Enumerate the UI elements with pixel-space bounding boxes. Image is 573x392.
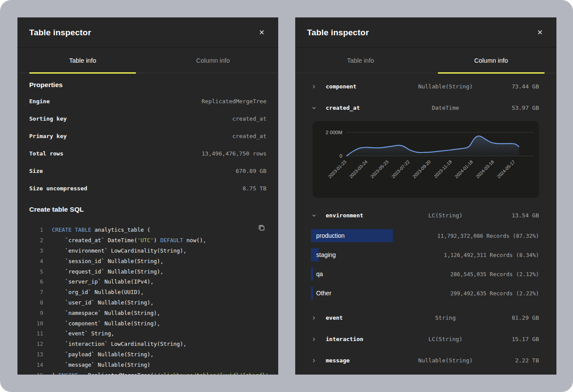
value-row-production: production11,792,372,086 Records (87.32%… [311,226,539,245]
close-icon[interactable]: ✕ [257,27,266,38]
column-type: LC(String) [404,212,487,219]
property-value: 670.89 GB [236,168,266,174]
tab-table-info[interactable]: Table info [17,48,148,73]
chevron-right-icon [311,358,317,364]
properties-heading: Properties [29,81,266,89]
sql-line-text: `interaction` LowCardinality(String), [52,341,187,347]
value-records: 1,126,492,311 Records (8.34%) [444,252,539,258]
copy-icon[interactable] [257,223,266,234]
column-size: 81.29 GB [487,314,539,321]
panel-title: Table inspector [307,28,369,37]
property-label: Engine [29,98,50,105]
tab-column-info[interactable]: Column info [426,48,557,73]
column-row-created_at[interactable]: created_atDateTime53.97 GB [295,97,556,118]
sql-code-block: 1CREATE TABLE analytics_table (2 `create… [29,225,266,375]
value-records: 286,545,035 Records (2.12%) [450,271,539,277]
column-name: created_at [326,105,404,111]
column-row-interaction[interactable]: interactionLC(String)15.17 GB [295,328,556,350]
property-value: ReplicatedMergeTree [201,98,266,105]
svg-text:2023-11-19: 2023-11-19 [433,159,453,179]
column-name: interaction [326,336,404,342]
column-size: 15.17 GB [487,336,539,342]
column-type: Nullable(String) [404,83,487,90]
column-name: environment [326,212,404,219]
column-row-component[interactable]: componentNullable(String)73.44 GB [295,76,556,97]
property-value: created_at [232,115,266,122]
column-row-message[interactable]: messageNullable(String)2.22 TB [295,350,556,371]
sql-line: 7 `org_id` Nullable(UUID), [29,287,266,297]
svg-text:2023-01-23: 2023-01-23 [327,159,348,179]
svg-text:2023-07-22: 2023-07-22 [390,159,411,179]
column-name: message [326,357,404,364]
column-row-environment[interactable]: environmentLC(String)13.54 GB [295,205,556,226]
property-row: Size uncompressed8.75 TB [29,179,266,197]
sql-line-text: `environment` LowCardinality(String), [52,247,187,254]
sql-line-number: 13 [29,351,43,358]
value-label: qa [316,270,323,277]
sql-line-text: `user_id` Nullable(String), [52,299,153,306]
sql-line-text: `payload` Nullable(String), [52,351,153,358]
sql-line: 11 `event` String, [29,328,266,339]
column-type: String [404,314,487,321]
tab-bar: Table info Column info [295,48,556,73]
property-value: 8.75 TB [242,185,266,192]
property-row: Size670.89 GB [29,162,266,179]
table-inspector-panel-left: Table inspector ✕ Table info Column info… [17,17,278,375]
sql-line-number: 5 [29,268,43,275]
chevron-down-icon [311,105,317,111]
tab-column-info[interactable]: Column info [148,48,278,73]
svg-text:2024-03-18: 2024-03-18 [475,159,495,179]
column-type: Nullable(String) [404,357,487,364]
table-inspector-panel-right: Table inspector ✕ Table info Column info… [295,17,556,375]
create-table-sql-heading: Create table SQL [29,206,266,213]
sql-line-text: CREATE TABLE analytics_table ( [52,226,150,233]
column-size: 73.44 GB [487,83,539,90]
property-label: Sorting key [29,115,67,122]
value-row-Other: Other299,492,635 Records (2.22%) [311,284,539,303]
sql-line-number: 1 [29,226,43,233]
sql-line-number: 4 [29,258,43,264]
panel-header: Table inspector ✕ [17,17,278,48]
sql-line-text: `request_id` Nullable(String), [52,268,164,275]
value-label: Other [316,290,331,297]
sql-line: 1CREATE TABLE analytics_table ( [29,225,266,235]
sql-line: 13 `payload` Nullable(String), [29,349,266,360]
sql-line-text: `org_id` Nullable(UUID), [52,289,144,295]
value-records: 11,792,372,086 Records (87.32%) [437,233,539,239]
property-label: Size uncompressed [29,185,87,192]
column-row-event[interactable]: eventString81.29 GB [295,307,556,328]
tab-bar: Table info Column info [17,48,278,73]
property-row: EngineReplicatedMergeTree [29,92,266,110]
sql-line-text: `message` Nullable(String) [52,362,150,368]
sql-line: 4 `session_id` Nullable(String), [29,256,266,266]
panel-title: Table inspector [29,28,91,37]
column-list: componentNullable(String)73.44 GBcreated… [295,73,556,371]
column-type: DateTime [404,105,487,111]
chevron-right-icon [311,315,317,321]
sql-line: 10 `component` Nullable(String), [29,318,266,328]
sql-line: 8 `user_id` Nullable(String), [29,297,266,308]
property-label: Size [29,168,43,174]
screen: Table inspector ✕ Table info Column info… [0,0,573,392]
value-records: 299,492,635 Records (2.22%) [450,290,539,297]
sql-line: 6 `server_ip` Nullable(IPv4), [29,277,266,287]
svg-text:2024-05-17: 2024-05-17 [496,159,516,179]
tab-table-info[interactable]: Table info [295,48,426,73]
column-size: 53.97 GB [487,105,539,111]
property-label: Primary key [29,133,67,139]
sql-line-text: `created_at` DateTime('UTC') DEFAULT now… [52,237,206,243]
property-row: Sorting keycreated_at [29,110,266,127]
column-size: 13.54 GB [487,212,539,219]
chevron-right-icon [311,336,317,342]
close-icon[interactable]: ✕ [535,27,545,38]
sql-line-text: `server_ip` Nullable(IPv4), [52,278,153,285]
sql-line: 15) ENGINE = ReplicatedMergeTree('/click… [29,370,266,375]
created-at-distribution-chart: 2 000M02023-01-232023-03-242023-05-23202… [313,121,539,198]
sql-line-text: `event` String, [52,330,114,337]
sql-line: 5 `request_id` Nullable(String), [29,266,266,277]
sql-line: 2 `created_at` DateTime('UTC') DEFAULT n… [29,235,266,246]
sql-line: 3 `environment` LowCardinality(String), [29,246,266,256]
value-row-staging: staging1,126,492,311 Records (8.34%) [311,245,539,264]
value-row-qa: qa286,545,035 Records (2.12%) [311,264,539,284]
sql-line-number: 6 [29,278,43,285]
